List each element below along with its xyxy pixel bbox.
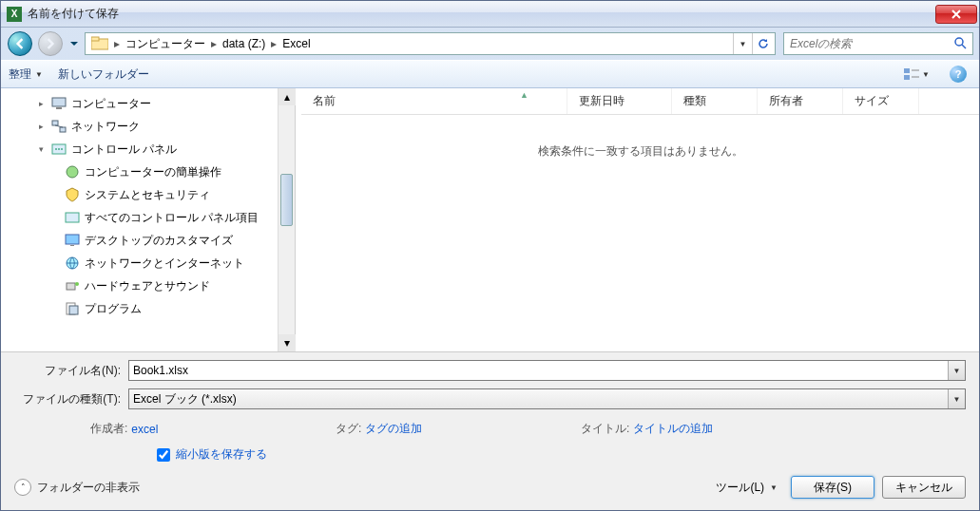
tree-item-label: すべてのコントロール パネル項目	[85, 210, 259, 226]
refresh-button[interactable]	[752, 33, 773, 54]
svg-point-17	[67, 166, 78, 178]
svg-point-2	[955, 38, 963, 46]
address-dropdown[interactable]: ▼	[733, 33, 752, 54]
breadcrumb-separator-icon: ▸	[209, 37, 219, 50]
breadcrumb-computer[interactable]: コンピューター	[122, 33, 209, 54]
sidebar-scrollbar[interactable]: ▴ ▾	[278, 88, 295, 351]
address-bar[interactable]: ▸ コンピューター ▸ data (Z:) ▸ Excel ▼	[85, 32, 776, 55]
breadcrumb-drive[interactable]: data (Z:)	[219, 33, 269, 54]
scroll-up-icon[interactable]: ▴	[279, 88, 296, 105]
tree-item-label: プログラム	[85, 301, 142, 317]
all-cp-icon	[64, 210, 81, 225]
organize-button[interactable]: 整理▼	[9, 66, 43, 83]
breadcrumb-folder[interactable]: Excel	[279, 33, 314, 54]
tree-item-label: システムとセキュリティ	[85, 187, 210, 203]
tag-label: タグ:	[336, 421, 361, 437]
tree-item[interactable]: ▾コントロール パネル	[1, 138, 278, 161]
expand-icon: ▸	[35, 99, 47, 108]
tree-item[interactable]: ハードウェアとサウンド	[1, 274, 278, 297]
chevron-up-icon: ˄	[14, 479, 31, 496]
control-panel-icon	[50, 142, 67, 157]
filename-dropdown[interactable]: ▼	[948, 361, 965, 380]
hardware-icon	[64, 278, 81, 293]
tree-item[interactable]: コンピューターの簡単操作	[1, 161, 278, 183]
svg-rect-20	[70, 245, 74, 246]
view-options-button[interactable]: ▼	[903, 64, 930, 85]
tree-item[interactable]: ▸ネットワーク	[1, 115, 278, 138]
svg-rect-18	[66, 213, 79, 222]
computer-icon	[50, 96, 67, 111]
expand-icon: ▾	[35, 144, 47, 154]
titlebar: X 名前を付けて保存	[1, 1, 979, 28]
svg-rect-4	[904, 68, 910, 73]
hide-folders-button[interactable]: ˄ フォルダーの非表示	[14, 479, 140, 496]
new-folder-button[interactable]: 新しいフォルダー	[58, 66, 149, 83]
svg-rect-11	[60, 127, 66, 132]
save-button[interactable]: 保存(S)	[791, 476, 874, 499]
help-icon: ?	[950, 66, 967, 83]
back-button[interactable]	[7, 30, 33, 57]
tree-item[interactable]: プログラム	[1, 297, 278, 320]
tree-item[interactable]: デスクトップのカスタマイズ	[1, 229, 278, 252]
forward-button[interactable]	[37, 30, 64, 57]
column-date[interactable]: 更新日時	[567, 88, 672, 114]
folder-tree[interactable]: ▸コンピューター▸ネットワーク▾コントロール パネルコンピューターの簡単操作シス…	[1, 88, 278, 351]
nav-history-dropdown[interactable]	[67, 31, 81, 56]
column-type[interactable]: 種類	[672, 88, 758, 114]
empty-folder-message: 検索条件に一致する項目はありません。	[301, 115, 979, 188]
network-icon	[50, 119, 67, 134]
tree-item-label: コンピューター	[71, 96, 151, 112]
filename-value: Book1.xlsx	[133, 364, 188, 377]
folder-tree-sidebar: ▸コンピューター▸ネットワーク▾コントロール パネルコンピューターの簡単操作シス…	[1, 88, 296, 351]
svg-line-12	[55, 125, 63, 127]
breadcrumb-separator-icon: ▸	[269, 37, 279, 50]
cancel-button[interactable]: キャンセル	[882, 476, 966, 499]
search-placeholder: Excelの検索	[790, 36, 953, 52]
toolbar: 整理▼ 新しいフォルダー ▼ ?	[1, 60, 979, 88]
filetype-dropdown[interactable]: ▼	[948, 389, 965, 408]
scroll-down-icon[interactable]: ▾	[279, 334, 296, 351]
column-headers[interactable]: 名前▲ 更新日時 種類 所有者 サイズ	[301, 88, 979, 115]
column-owner[interactable]: 所有者	[758, 88, 843, 114]
svg-point-14	[55, 148, 57, 150]
excel-icon: X	[7, 7, 22, 22]
bottom-panel: ファイル名(N): Book1.xlsx ▼ ファイルの種類(T): Excel…	[1, 351, 979, 510]
filetype-select[interactable]: Excel ブック (*.xlsx) ▼	[128, 388, 966, 409]
svg-rect-1	[91, 37, 99, 41]
save-thumbnail-label[interactable]: 縮小版を保存する	[176, 446, 267, 463]
svg-line-3	[962, 45, 966, 48]
tag-add-link[interactable]: タグの追加	[365, 421, 422, 437]
svg-point-15	[58, 148, 60, 150]
tree-item[interactable]: ネットワークとインターネット	[1, 252, 278, 274]
tree-item-label: ネットワーク	[71, 119, 140, 135]
tree-item[interactable]: システムとセキュリティ	[1, 183, 278, 206]
save-as-dialog: X 名前を付けて保存 ▸ コンピューター ▸ data (Z:) ▸ Excel…	[0, 0, 980, 511]
svg-rect-8	[52, 98, 66, 106]
tools-button[interactable]: ツール(L)▼	[710, 480, 783, 496]
file-list-pane: 名前▲ 更新日時 種類 所有者 サイズ 検索条件に一致する項目はありません。	[301, 88, 979, 351]
search-input[interactable]: Excelの検索	[783, 32, 973, 55]
svg-rect-19	[66, 235, 79, 244]
column-size[interactable]: サイズ	[843, 88, 919, 114]
save-thumbnail-checkbox[interactable]	[157, 448, 170, 462]
scroll-thumb[interactable]	[280, 174, 293, 226]
svg-point-23	[75, 282, 79, 286]
tree-item[interactable]: ▸コンピューター	[1, 92, 278, 115]
svg-rect-25	[69, 306, 78, 314]
help-button[interactable]: ?	[945, 64, 971, 85]
close-button[interactable]	[935, 5, 977, 24]
programs-icon	[64, 301, 81, 316]
navbar: ▸ コンピューター ▸ data (Z:) ▸ Excel ▼ Excelの検索	[1, 28, 979, 60]
expand-icon: ▸	[35, 122, 47, 131]
title-add-link[interactable]: タイトルの追加	[633, 421, 713, 437]
tree-item[interactable]: すべてのコントロール パネル項目	[1, 206, 278, 229]
tree-item-label: ネットワークとインターネット	[85, 256, 244, 272]
ease-icon	[64, 164, 81, 180]
filetype-label: ファイルの種類(T):	[14, 391, 128, 407]
column-name[interactable]: 名前▲	[301, 88, 567, 114]
filename-input[interactable]: Book1.xlsx ▼	[128, 360, 966, 381]
net-icon	[64, 256, 81, 271]
filetype-value: Excel ブック (*.xlsx)	[133, 391, 237, 407]
author-value[interactable]: excel	[131, 423, 158, 436]
breadcrumb-separator-icon: ▸	[112, 37, 122, 50]
